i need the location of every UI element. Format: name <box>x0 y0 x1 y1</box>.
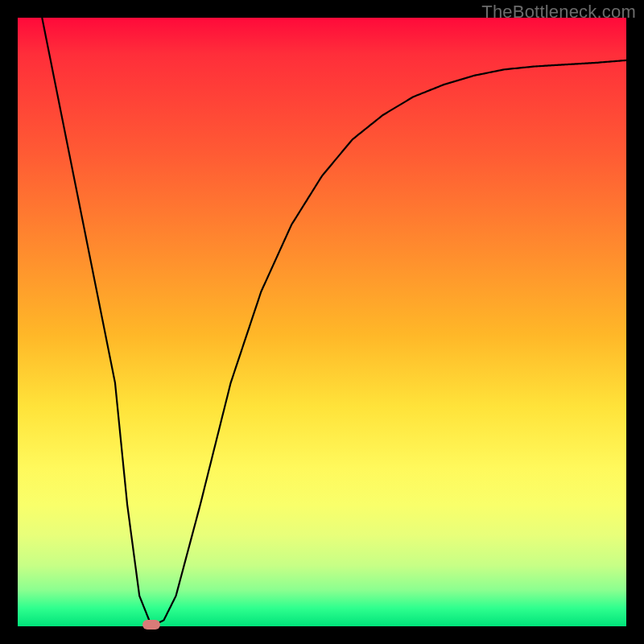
bottleneck-curve <box>18 18 626 626</box>
watermark-text: TheBottleneck.com <box>481 2 636 23</box>
optimal-point-marker <box>142 620 160 630</box>
chart-frame: TheBottleneck.com <box>0 0 644 644</box>
